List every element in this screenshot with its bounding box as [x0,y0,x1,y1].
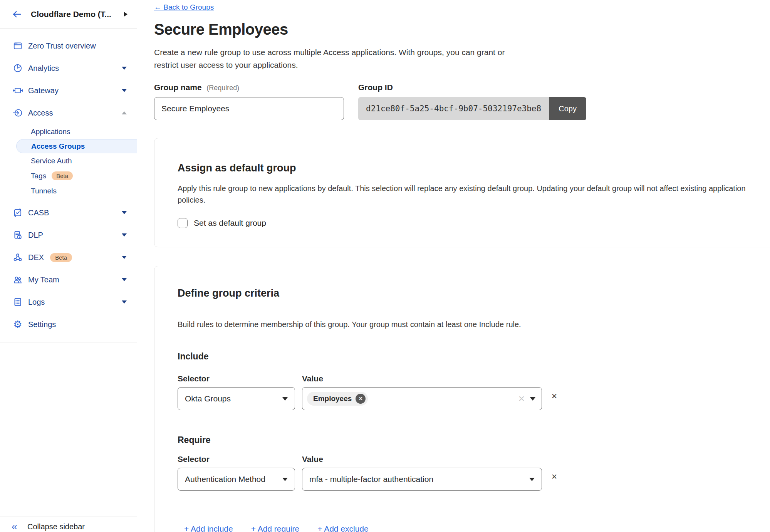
clear-values-icon[interactable]: × [518,393,525,404]
sub-item-label: Applications [31,128,70,136]
sidebar-item-label: Zero Trust overview [28,42,96,50]
sidebar-item-label: Settings [28,320,56,329]
gear-icon: ⚙ [13,319,23,329]
set-default-checkbox[interactable] [178,218,188,228]
sidebar-item-label: CASB [28,208,49,217]
collapse-sidebar-label: Collapse sidebar [27,522,85,531]
group-name-label: Group name [154,83,202,92]
network-cluster-icon [13,252,23,262]
sidebar-item-label: My Team [28,275,59,284]
remove-include-rule-icon[interactable]: ✕ [551,392,557,401]
log-list-icon [13,297,23,307]
app-window: Cloudflare Demo (T... Zero Trust overvie… [0,0,770,532]
default-group-card: Assign as default group Apply this rule … [154,138,770,247]
sidebar: Cloudflare Demo (T... Zero Trust overvie… [0,0,137,532]
default-group-description: Apply this rule group to new application… [178,183,752,206]
require-selector-value: Authentication Method [185,475,278,484]
double-chevron-left-icon: « [12,522,17,532]
require-selector-dropdown[interactable]: Authentication Method [178,468,295,491]
access-login-icon [13,108,23,118]
group-meta-row: Group name (Required) Group ID d21ce80f-… [154,83,770,120]
gateway-icon [13,86,23,96]
sidebar-item-label: Analytics [28,64,59,73]
beta-badge: Beta [50,253,72,262]
sub-item-label: Service Auth [31,157,72,165]
sidebar-item-label: Logs [28,298,45,307]
pie-chart-icon [13,63,23,73]
sidebar-item-label: DEX [28,253,44,262]
sidebar-item-my-team[interactable]: My Team [0,269,137,291]
sidebar-nav: Zero Trust overview Analytics Gateway Ac… [0,29,137,342]
sidebar-item-access-groups[interactable]: Access Groups [16,139,137,153]
sub-item-label: Access Groups [31,142,85,151]
require-heading: Require [178,435,752,445]
sidebar-item-service-auth[interactable]: Service Auth [0,153,137,168]
sidebar-item-label: Access [28,109,53,117]
chevron-down-icon [282,478,288,481]
add-require-link[interactable]: + Add require [251,524,300,532]
sidebar-item-applications[interactable]: Applications [0,124,137,139]
include-value-multiselect[interactable]: Employees × × [302,387,542,410]
sidebar-item-label: Gateway [28,86,59,95]
include-value-label: Value [302,374,323,383]
page-title: Secure Employees [154,21,770,38]
group-name-field-block: Group name (Required) [154,83,344,120]
sidebar-item-gateway[interactable]: Gateway [0,79,137,102]
default-group-title: Assign as default group [178,162,752,174]
sidebar-item-dlp[interactable]: DLP [0,224,137,246]
add-include-link[interactable]: + Add include [184,524,233,532]
required-hint: (Required) [206,84,239,92]
chevron-down-icon [530,397,535,401]
sidebar-item-access[interactable]: Access [0,102,137,124]
main-content: ← Back to Groups Secure Employees Create… [137,0,770,532]
sidebar-item-logs[interactable]: Logs [0,291,137,313]
sidebar-item-casb[interactable]: CASB [0,201,137,224]
sidebar-item-zero-trust-overview[interactable]: Zero Trust overview [0,35,137,57]
remove-tag-icon[interactable]: × [356,394,366,404]
require-value-dropdown[interactable]: mfa - multiple-factor authentication [302,468,542,491]
sidebar-nav-divider [0,342,137,342]
access-subnav: Applications Access Groups Service Auth … [0,124,137,198]
chevron-down-icon [122,300,127,304]
include-selector-value: Okta Groups [185,394,278,403]
group-name-input[interactable] [154,97,344,120]
group-id-block: Group ID d21ce80f-5a25-4bcf-9b07-5032197… [358,83,586,120]
account-switcher-caret-icon[interactable] [124,12,127,17]
chevron-down-icon [529,478,535,481]
chevron-down-icon [122,278,127,281]
value-tag: Employees × [307,392,368,406]
sidebar-item-analytics[interactable]: Analytics [0,57,137,79]
include-selector-dropdown[interactable]: Okta Groups [178,387,295,410]
copy-button[interactable]: Copy [549,97,586,120]
add-exclude-link[interactable]: + Add exclude [317,524,369,532]
sidebar-header: Cloudflare Demo (T... [0,0,137,29]
chevron-up-icon [122,111,127,114]
include-heading: Include [178,351,752,362]
sidebar-item-dex[interactable]: DEX Beta [0,246,137,269]
beta-badge: Beta [52,171,73,180]
remove-require-rule-icon[interactable]: ✕ [551,472,557,481]
chevron-down-icon [122,233,127,237]
sidebar-item-settings[interactable]: ⚙ Settings [0,313,137,336]
sidebar-item-tunnels[interactable]: Tunnels [0,183,137,198]
sub-item-label: Tunnels [31,187,57,195]
back-arrow-icon[interactable] [12,9,22,20]
browser-window-icon [13,41,23,51]
require-value-label: Value [302,455,323,464]
document-lock-icon [13,230,23,240]
add-rule-links: + Add include + Add require + Add exclud… [184,524,752,532]
chevron-down-icon [122,89,127,92]
criteria-title: Define group criteria [178,287,752,299]
back-to-groups-link[interactable]: ← Back to Groups [154,3,214,12]
set-default-checkbox-label: Set as default group [194,218,266,228]
group-id-label: Group ID [358,83,393,92]
include-rule-row: Okta Groups Employees × × ✕ [178,387,752,410]
criteria-description: Build rules to determine membership of t… [178,319,752,330]
chevron-down-icon [122,211,127,214]
collapse-sidebar-bar[interactable]: « Collapse sidebar [0,517,137,532]
require-rule-row: Authentication Method mfa - multiple-fac… [178,468,752,491]
require-value-text: mfa - multiple-factor authentication [309,475,525,484]
include-selector-label: Selector [178,374,302,383]
sidebar-item-tags[interactable]: Tags Beta [0,168,137,183]
value-tag-label: Employees [313,394,352,403]
